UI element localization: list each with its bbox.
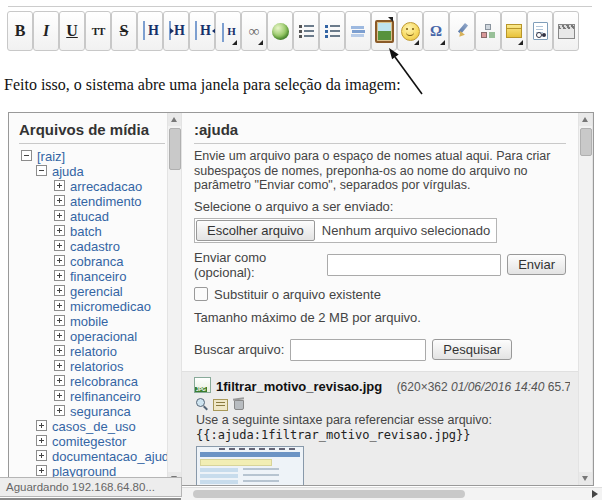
internal-link-button[interactable]: ∞ bbox=[241, 11, 267, 51]
tree-item-link[interactable]: comitegestor bbox=[52, 434, 126, 449]
headline-lower-icon: H bbox=[167, 24, 185, 38]
tree-toggle-icon[interactable] bbox=[54, 210, 65, 221]
file-name-link[interactable]: 1filtrar_motivo_revisao.jpg bbox=[216, 379, 382, 394]
underline-button[interactable]: U bbox=[59, 11, 85, 51]
file-chooser[interactable]: Escolher arquivo Nenhum arquivo selecion… bbox=[194, 218, 497, 243]
search-button[interactable]: Pesquisar bbox=[432, 339, 512, 360]
monospace-button[interactable]: TT bbox=[85, 11, 111, 51]
tree-toggle-icon[interactable] bbox=[54, 360, 65, 371]
namespace-title: :ajuda bbox=[194, 121, 566, 144]
tree-item: micromedicao bbox=[19, 299, 165, 314]
scroll-right-icon[interactable] bbox=[590, 490, 600, 499]
detail-scrollbar[interactable] bbox=[578, 113, 593, 485]
tree-scrollbar[interactable] bbox=[167, 113, 182, 485]
tree-toggle-icon[interactable] bbox=[36, 420, 47, 431]
tree-toggle-icon[interactable] bbox=[54, 240, 65, 251]
package-button[interactable] bbox=[501, 11, 527, 51]
search-input[interactable] bbox=[290, 339, 426, 361]
tree-toggle-icon[interactable] bbox=[54, 345, 65, 356]
tree-item-link[interactable]: gerencial bbox=[70, 284, 123, 299]
hr-button[interactable] bbox=[345, 11, 371, 51]
tree-item-link[interactable]: casos_de_uso bbox=[52, 419, 136, 434]
tree-item: atendimento bbox=[19, 194, 165, 209]
trash-icon[interactable] bbox=[233, 397, 245, 410]
headline-same-button[interactable]: H bbox=[137, 11, 163, 51]
tree-item-link[interactable]: seguranca bbox=[70, 404, 131, 419]
tree-toggle-icon[interactable] bbox=[54, 375, 65, 386]
scroll-up-icon[interactable] bbox=[168, 113, 181, 126]
strikethrough-button[interactable]: S bbox=[111, 11, 137, 51]
tree-toggle-icon[interactable] bbox=[36, 165, 47, 176]
tree-item-link[interactable]: ajuda bbox=[52, 164, 84, 179]
tree-toggle-icon[interactable] bbox=[36, 465, 47, 476]
tree-item-link[interactable]: atendimento bbox=[70, 194, 142, 209]
tree-item-link[interactable]: relatorios bbox=[70, 359, 123, 374]
tree-toggle-icon[interactable] bbox=[54, 300, 65, 311]
edit-icon[interactable] bbox=[213, 399, 228, 411]
tree-item-link[interactable]: arrecadacao bbox=[70, 179, 142, 194]
tree-toggle-icon[interactable] bbox=[54, 390, 65, 401]
italic-button[interactable]: I bbox=[33, 11, 59, 51]
tree-item-link[interactable]: relfinanceiro bbox=[70, 389, 141, 404]
tree-item-link[interactable]: cobranca bbox=[70, 254, 123, 269]
ordered-list-button[interactable] bbox=[293, 11, 319, 51]
browser-status-text: Aguardando 192.168.64.80... bbox=[0, 477, 182, 497]
thumbnail-detail bbox=[200, 459, 272, 466]
scrollbar-thumb[interactable] bbox=[580, 128, 592, 156]
scroll-up-icon[interactable] bbox=[579, 113, 592, 126]
tree-toggle-icon[interactable] bbox=[54, 270, 65, 281]
tree-item-link[interactable]: [raiz] bbox=[37, 149, 65, 164]
tree-toggle-icon[interactable] bbox=[36, 450, 47, 461]
file-thumbnail[interactable] bbox=[196, 446, 304, 486]
external-link-button[interactable] bbox=[267, 11, 293, 51]
tree-toggle-icon[interactable] bbox=[36, 435, 47, 446]
overwrite-checkbox[interactable] bbox=[194, 287, 208, 301]
tree-item-link[interactable]: mobile bbox=[70, 314, 108, 329]
tree-item: cobranca bbox=[19, 254, 165, 269]
tree-toggle-icon[interactable] bbox=[54, 255, 65, 266]
magnifier-icon[interactable] bbox=[195, 397, 208, 410]
bold-icon: B bbox=[15, 23, 26, 39]
tree-toggle-icon[interactable] bbox=[54, 285, 65, 296]
tree-toggle-icon[interactable] bbox=[54, 195, 65, 206]
tree-item-link[interactable]: atucad bbox=[70, 209, 109, 224]
tree-toggle-icon[interactable] bbox=[54, 405, 65, 416]
send-as-input[interactable] bbox=[327, 254, 501, 276]
tree-item-link[interactable]: relatorio bbox=[70, 344, 117, 359]
unordered-list-button[interactable] bbox=[319, 11, 345, 51]
file-size: 65.7 KB) bbox=[548, 380, 570, 394]
scroll-down-icon[interactable] bbox=[579, 472, 592, 485]
max-size-text: Tamanho máximo de 2 MB por arquivo. bbox=[194, 310, 566, 325]
tree-item-link[interactable]: financeiro bbox=[70, 269, 126, 284]
tree-item-link[interactable]: documentacao_ajuda bbox=[52, 449, 167, 464]
headline-lower-button[interactable]: H bbox=[163, 11, 189, 51]
tree-toggle-icon[interactable] bbox=[54, 225, 65, 236]
tree-toggle-icon[interactable] bbox=[54, 180, 65, 191]
doc-search-icon bbox=[533, 22, 548, 40]
media-tree-panel: Arquivos de mídia [raiz] ajuda arrecadac… bbox=[9, 113, 167, 485]
tree-item: mobile bbox=[19, 314, 165, 329]
link-icon: ∞ bbox=[249, 24, 260, 39]
scrollbar-thumb[interactable] bbox=[169, 128, 181, 170]
tree-item-link[interactable]: relcobranca bbox=[70, 374, 138, 389]
headline-higher-button[interactable]: H bbox=[189, 11, 215, 51]
scrollbar-thumb[interactable] bbox=[193, 490, 465, 498]
clapperboard-button[interactable] bbox=[553, 11, 579, 51]
bold-button[interactable]: B bbox=[7, 11, 33, 51]
horizontal-scrollbar[interactable] bbox=[181, 487, 602, 500]
file-entry: 1filtrar_motivo_revisao.jpg (620×362 01/… bbox=[182, 372, 578, 486]
tree-toggle-icon[interactable] bbox=[54, 330, 65, 341]
choose-file-button[interactable]: Escolher arquivo bbox=[196, 220, 315, 241]
thumbnail-detail bbox=[200, 468, 238, 486]
sitemap-button[interactable] bbox=[475, 11, 501, 51]
doc-search-button[interactable] bbox=[527, 11, 553, 51]
tree-item-link[interactable]: operacional bbox=[70, 329, 137, 344]
tree-toggle-icon[interactable] bbox=[21, 150, 32, 161]
signature-button[interactable] bbox=[449, 11, 475, 51]
headline-pick-button[interactable]: H bbox=[215, 11, 241, 51]
tree-toggle-icon[interactable] bbox=[54, 315, 65, 326]
send-button[interactable]: Enviar bbox=[507, 254, 566, 275]
tree-item-link[interactable]: batch bbox=[70, 224, 102, 239]
tree-item-link[interactable]: cadastro bbox=[70, 239, 120, 254]
tree-item-link[interactable]: micromedicao bbox=[70, 299, 151, 314]
